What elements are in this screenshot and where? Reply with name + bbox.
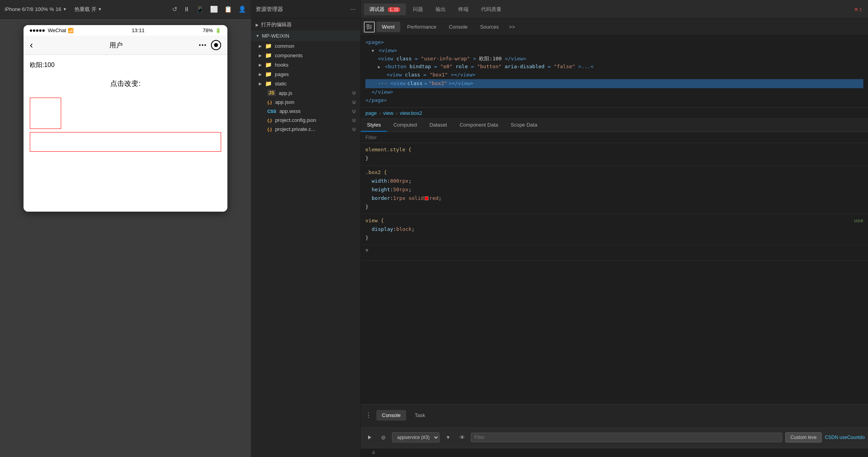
filter-field[interactable] — [471, 433, 782, 442]
chevron-down-icon[interactable]: ▼ — [443, 432, 454, 443]
xml-selected-line[interactable]: ··· <view class = "box2" ></view> — [365, 79, 863, 88]
css-property-value: 800rpx — [390, 177, 409, 185]
css-brace: } — [365, 203, 369, 211]
tab-performance[interactable]: Performance — [402, 22, 442, 32]
bottom-line-info: 4 — [361, 448, 868, 457]
breadcrumb-sep: › — [396, 110, 397, 116]
expand-arrow[interactable]: ▼ — [372, 49, 374, 53]
color-swatch-red[interactable] — [425, 196, 429, 200]
refresh-icon[interactable]: ↺ — [172, 5, 177, 13]
tab-console-bottom[interactable]: Console — [376, 410, 406, 421]
tab-output[interactable]: 输出 — [430, 4, 451, 15]
json-file-icon: {.} — [267, 100, 272, 105]
back-button[interactable]: ‹ — [30, 40, 33, 51]
file-appwxss[interactable]: CSS app.wxss U — [251, 107, 360, 116]
folder-icon: 📁 — [265, 80, 272, 87]
css-property-value: block — [396, 225, 412, 234]
file-appjs[interactable]: JS app.js U — [251, 88, 360, 98]
more-button[interactable]: ••• — [199, 42, 207, 48]
css-selector: element.style { — [365, 145, 411, 154]
file-appjson[interactable]: {.} app.json U — [251, 98, 360, 107]
block-button[interactable]: ⊘ — [378, 432, 389, 443]
tab-problems[interactable]: 问题 — [407, 4, 429, 15]
breadcrumb-view[interactable]: view — [383, 110, 393, 116]
hot-reload-toggle[interactable]: 热重载 开 ▼ — [74, 6, 102, 13]
css-selector: view { — [365, 216, 384, 225]
tab-styles[interactable]: Styles — [361, 119, 387, 132]
breadcrumb-page[interactable]: page — [365, 110, 377, 116]
expand-arrow[interactable]: ▶ — [378, 65, 380, 69]
tab-terminal[interactable]: 终端 — [453, 4, 474, 15]
phone-status-left: WeChat 📶 — [30, 27, 74, 33]
tab-console[interactable]: Console — [443, 22, 473, 32]
chevron-down-icon: ▼ — [98, 7, 102, 11]
breadcrumb-box2[interactable]: view.box2 — [400, 110, 422, 116]
record-inner — [214, 43, 218, 47]
tab-label: Styles — [367, 122, 381, 128]
css-block-extra: ▼ — [361, 245, 868, 261]
file-explorer-menu[interactable]: ··· — [350, 6, 356, 13]
tab-code-quality[interactable]: 代码质量 — [476, 4, 507, 15]
folder-icon: 📁 — [265, 52, 272, 58]
tab-computed[interactable]: Computed — [387, 119, 423, 132]
csdn-link[interactable]: CSDN useCountdo — [825, 435, 865, 440]
filter-input[interactable] — [365, 134, 863, 140]
phone-icon[interactable]: 📱 — [196, 5, 204, 13]
folder-common[interactable]: ▶ 📁 common — [251, 41, 360, 51]
tab-wxml[interactable]: Wxml — [376, 22, 400, 32]
tab-label: 输出 — [436, 6, 446, 12]
bottom-menu-dots[interactable]: ⋮ — [364, 410, 373, 421]
css-brace: } — [365, 234, 369, 242]
device-info[interactable]: iPhone 6/7/8 100%% 16 ▼ — [5, 6, 67, 12]
tab-component-data[interactable]: Component Data — [453, 119, 504, 132]
file-project-private[interactable]: {.} project.private.c... U — [251, 125, 360, 134]
xml-line: </page> — [365, 96, 863, 105]
folder-icon: 📁 — [265, 43, 272, 49]
hot-reload-label: 热重载 开 — [74, 6, 96, 13]
folder-hooks[interactable]: ▶ 📁 hooks — [251, 60, 360, 69]
project-section[interactable]: ▼ MP-WEIXIN — [251, 31, 360, 41]
wxss-file-icon: CSS — [267, 109, 276, 114]
eye-icon[interactable]: 👁 — [457, 432, 468, 443]
person-icon[interactable]: 👤 — [238, 5, 246, 13]
tab-sources[interactable]: Sources — [475, 22, 505, 32]
tab-debugger[interactable]: 调试器 1, 10 — [364, 4, 406, 15]
custom-level-button[interactable]: Custom leve — [785, 432, 822, 442]
xml-line: <view class = "user-info-wrap" > 欧阳:100 … — [365, 55, 863, 63]
record-button[interactable] — [211, 40, 221, 50]
chevron-right-icon: ▶ — [259, 63, 262, 67]
folder-components[interactable]: ▶ 📁 components — [251, 51, 360, 60]
wifi-icon: 📶 — [68, 28, 74, 33]
css-property-height: height : 50rpx ; — [365, 185, 863, 194]
close-button[interactable]: ✕ 1 — [851, 5, 865, 14]
file-explorer-header: 资源管理器 ··· — [251, 0, 360, 19]
folder-icon: 📁 — [265, 71, 272, 77]
window-icon[interactable]: ⬜ — [210, 5, 218, 13]
phone-frame: WeChat 📶 13:11 78% 🔋 ‹ 用户 ••• — [24, 25, 227, 212]
css-selector: .box2 { — [365, 168, 387, 177]
css-close-brace: } — [365, 154, 863, 163]
json-file-icon: {.} — [267, 118, 272, 123]
open-editors-section[interactable]: ▶ 打开的编辑器 — [251, 19, 360, 31]
chevron-right-icon: ▶ — [259, 72, 262, 76]
element-selector-button[interactable] — [364, 22, 375, 33]
bottom-toolbar: ⊘ appservice (#3) ▼ 👁 Custom leve CSDN u… — [361, 426, 868, 448]
folder-static[interactable]: ▶ 📁 static — [251, 79, 360, 88]
stop-icon[interactable]: ⏸ — [183, 6, 190, 13]
tab-task[interactable]: Task — [409, 410, 431, 421]
service-context-select[interactable]: appservice (#3) — [392, 432, 439, 442]
execute-button[interactable] — [364, 432, 375, 443]
folder-pages[interactable]: ▶ 📁 pages — [251, 69, 360, 79]
css-selector-line: view { use — [365, 216, 863, 225]
tab-dataset[interactable]: Dataset — [423, 119, 453, 132]
tab-label: Sources — [480, 24, 499, 30]
tab-label: Console — [382, 412, 401, 418]
file-badge: U — [352, 91, 356, 95]
xml-line: <page> — [365, 38, 863, 47]
tab-scope-data[interactable]: Scope Data — [504, 119, 543, 132]
screenshot-icon[interactable]: 📋 — [224, 5, 232, 13]
css-property-name: width — [372, 177, 387, 185]
file-project-config[interactable]: {.} project.config.json U — [251, 116, 360, 125]
css-property-display: display : block ; — [365, 225, 863, 234]
more-tabs-button[interactable]: >> — [506, 22, 518, 32]
